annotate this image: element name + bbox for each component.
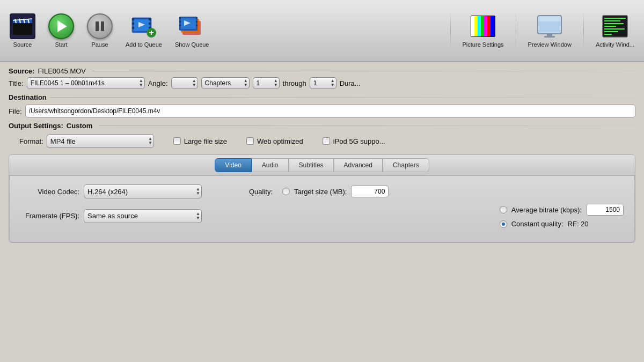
show-queue-icon: [179, 13, 205, 39]
picture-settings-button[interactable]: Picture Settings: [457, 10, 509, 51]
large-file-label: Large file size: [184, 137, 227, 145]
preview-window-button[interactable]: Preview Window: [523, 10, 577, 51]
chapters-select-wrapper[interactable]: Chapters ▲ ▼: [201, 77, 250, 89]
show-queue-label: Show Queue: [175, 41, 209, 48]
tab-audio[interactable]: Audio: [252, 158, 289, 172]
codec-select[interactable]: H.264 (x264): [84, 184, 202, 198]
svg-rect-39: [487, 16, 491, 36]
toolbar-separator-2: [516, 12, 516, 49]
toolbar-separator-3: [583, 12, 584, 49]
avg-bitrate-input[interactable]: [586, 204, 624, 216]
play-icon: [48, 13, 74, 39]
target-size-label: Target size (MB):: [294, 188, 347, 196]
ipod-checkbox[interactable]: [323, 137, 330, 145]
chapters-select[interactable]: Chapters: [201, 77, 250, 89]
quality-label: Quality:: [249, 188, 273, 196]
large-file-checkbox[interactable]: [173, 137, 181, 145]
svg-rect-17: [149, 23, 151, 25]
tabs-header: Video Audio Subtitles Advanced Chapters: [9, 155, 635, 176]
target-size-input[interactable]: [351, 186, 389, 197]
picture-settings-label: Picture Settings: [463, 41, 504, 48]
activity-icon: [602, 13, 628, 39]
framerate-select[interactable]: Same as source: [84, 209, 202, 223]
queue-icon: [131, 13, 157, 39]
source-row: Source: FILE0045.MOV: [9, 67, 635, 75]
source-filename: FILE0045.MOV: [38, 67, 86, 75]
to-select-wrapper[interactable]: 1 ▲ ▼: [310, 77, 336, 89]
preview-window-label: Preview Window: [528, 41, 572, 48]
from-select[interactable]: 1: [253, 77, 280, 89]
tab-chapters[interactable]: Chapters: [383, 158, 429, 172]
svg-rect-40: [491, 16, 494, 36]
svg-rect-31: [196, 21, 197, 23]
angle-label: Angle:: [148, 79, 168, 87]
svg-rect-21: [151, 31, 152, 35]
file-row: File:: [9, 105, 635, 117]
destination-divider: [50, 97, 635, 98]
format-select[interactable]: MP4 file: [47, 134, 154, 148]
start-button[interactable]: Start: [43, 10, 79, 51]
file-label: File:: [9, 107, 22, 115]
constant-quality-label: Constant quality:: [511, 220, 564, 228]
target-size-radio[interactable]: [282, 188, 290, 195]
add-to-queue-button[interactable]: Add to Queue: [120, 10, 167, 51]
picture-icon: [470, 13, 496, 39]
file-path-input[interactable]: [25, 105, 635, 117]
toolbar: Source Start Pause: [0, 0, 644, 62]
format-select-wrapper[interactable]: MP4 file ▲ ▼: [47, 134, 154, 148]
web-optimized-label: Web optimized: [257, 137, 303, 145]
web-optimized-checkbox[interactable]: [246, 137, 254, 145]
svg-rect-53: [604, 34, 612, 35]
large-file-option: Large file size: [173, 137, 227, 145]
toolbar-separator: [450, 12, 451, 49]
source-label-text: Source:: [9, 67, 34, 75]
source-icon: [10, 13, 35, 39]
source-button[interactable]: Source: [4, 10, 41, 51]
svg-rect-37: [481, 16, 484, 36]
pause-icon: [87, 13, 113, 39]
svg-rect-49: [604, 23, 624, 24]
title-row: Title: FILE0045 1 – 00h01m41s ▲ ▼ Angle:…: [9, 77, 635, 89]
duration-label: Dura...: [340, 79, 361, 87]
angle-select[interactable]: [171, 77, 198, 89]
title-select[interactable]: FILE0045 1 – 00h01m41s: [27, 77, 145, 89]
svg-rect-15: [132, 27, 134, 29]
framerate-select-wrapper[interactable]: Same as source ▲ ▼: [84, 209, 202, 223]
output-divider: [99, 125, 635, 126]
constant-quality-radio[interactable]: [500, 220, 507, 228]
format-row: Format: MP4 file ▲ ▼ Large file size Web…: [9, 134, 635, 148]
svg-rect-34: [471, 16, 474, 36]
tab-subtitles[interactable]: Subtitles: [289, 158, 334, 172]
pause-label: Pause: [91, 41, 108, 48]
tab-advanced[interactable]: Advanced: [334, 158, 383, 172]
codec-row: Video Codec: H.264 (x264) ▲ ▼ Quality: T…: [20, 184, 624, 198]
tabs-container: Video Audio Subtitles Advanced Chapters …: [9, 154, 635, 243]
svg-rect-13: [132, 18, 134, 20]
angle-select-wrapper[interactable]: ▲ ▼: [171, 77, 198, 89]
destination-label: Destination: [9, 93, 47, 101]
pause-button[interactable]: Pause: [82, 10, 118, 51]
preview-icon: [537, 13, 562, 39]
constant-quality-option: Constant quality: RF: 20: [500, 220, 624, 228]
svg-rect-45: [544, 36, 555, 38]
svg-rect-44: [547, 34, 552, 36]
codec-select-wrapper[interactable]: H.264 (x264) ▲ ▼: [84, 184, 202, 198]
framerate-label: Framerate (FPS):: [20, 212, 79, 220]
svg-rect-35: [474, 16, 478, 36]
show-queue-button[interactable]: Show Queue: [170, 10, 215, 51]
output-preset: Custom: [67, 122, 92, 130]
svg-rect-32: [196, 25, 197, 26]
web-optimized-option: Web optimized: [246, 137, 303, 145]
avg-bitrate-option: Average bitrate (kbps):: [500, 204, 624, 216]
activity-window-button[interactable]: Activity Wind...: [590, 10, 640, 51]
svg-rect-51: [604, 28, 625, 29]
source-label: Source: [13, 41, 32, 48]
from-select-wrapper[interactable]: 1 ▲ ▼: [253, 77, 280, 89]
avg-bitrate-radio[interactable]: [500, 206, 507, 213]
ipod-option: iPod 5G suppo...: [323, 137, 385, 145]
to-select[interactable]: 1: [310, 77, 336, 89]
main-content: Source: FILE0045.MOV Title: FILE0045 1 –…: [0, 62, 644, 362]
svg-rect-48: [604, 20, 620, 21]
title-select-wrapper[interactable]: FILE0045 1 – 00h01m41s ▲ ▼: [27, 77, 145, 89]
tab-video[interactable]: Video: [215, 158, 251, 172]
